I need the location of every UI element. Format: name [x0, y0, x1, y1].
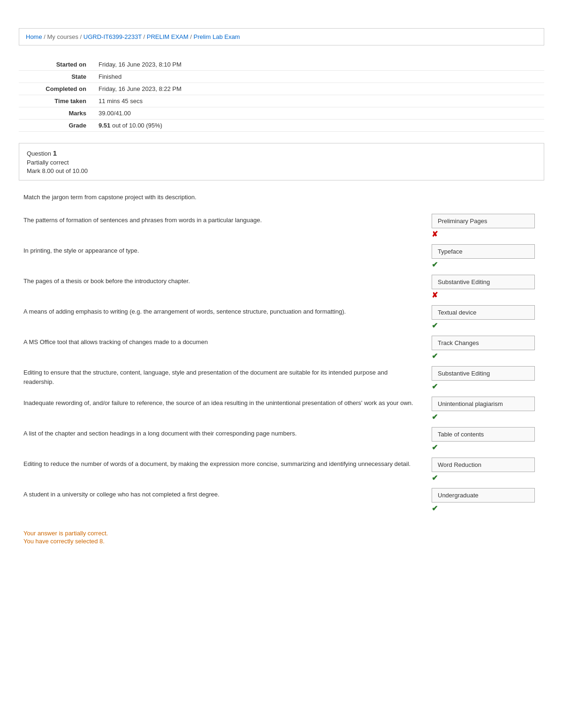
match-row: Editing to reduce the number of words of…: [23, 455, 544, 485]
match-answer-box: Table of contents: [432, 427, 535, 442]
match-right-col: Undergraduate✔: [432, 485, 544, 516]
match-description: A MS Office tool that allows tracking of…: [23, 333, 432, 352]
match-row: A list of the chapter and section headin…: [23, 424, 544, 455]
match-description: Inadequate rewording of, and/or failure …: [23, 394, 432, 413]
match-description: The pages of a thesis or book before the…: [23, 272, 432, 291]
match-container: The patterns of formation of sentences a…: [19, 211, 544, 516]
match-description: A means of adding emphasis to writing (e…: [23, 302, 432, 321]
match-right-col: Unintentional plagiarism✔: [432, 394, 544, 424]
match-right-col: Typeface✔: [432, 241, 544, 272]
incorrect-indicator: ✘: [432, 291, 438, 300]
match-right-col: Substantive Editing✔: [432, 363, 544, 394]
question-box: Question 1 Partially correct Mark 8.00 o…: [19, 143, 544, 180]
match-row: Editing to ensure that the structure, co…: [23, 363, 544, 394]
question-mark: Mark 8.00 out of 10.00: [27, 167, 536, 174]
match-answer-box: Typeface: [432, 244, 535, 259]
match-right-col: Preliminary Pages✘: [432, 211, 544, 241]
summary-value: 9.51 out of 10.00 (95%): [94, 120, 544, 132]
match-row: The pages of a thesis or book before the…: [23, 272, 544, 302]
summary-value: Friday, 16 June 2023, 8:22 PM: [94, 83, 544, 95]
summary-value: 11 mins 45 secs: [94, 95, 544, 107]
summary-table: Started onFriday, 16 June 2023, 8:10 PMS…: [19, 59, 544, 132]
summary-row: Time taken11 mins 45 secs: [19, 95, 544, 107]
summary-label: Marks: [19, 107, 94, 120]
match-row: In printing, the style or appearance of …: [23, 241, 544, 272]
summary-label: Completed on: [19, 83, 94, 95]
match-description: The patterns of formation of sentences a…: [23, 211, 432, 230]
breadcrumb: Home / My courses / UGRD-IT6399-2233T / …: [19, 28, 544, 45]
match-answer-box: Substantive Editing: [432, 275, 535, 289]
feedback-line1: Your answer is partially correct.: [23, 530, 544, 537]
question-status: Partially correct: [27, 159, 536, 166]
match-row: A MS Office tool that allows tracking of…: [23, 333, 544, 363]
match-answer-box: Track Changes: [432, 336, 535, 350]
summary-label: Grade: [19, 120, 94, 132]
feedback-section: Your answer is partially correct. You ha…: [19, 530, 544, 545]
match-right-col: Track Changes✔: [432, 333, 544, 363]
correct-indicator: ✔: [432, 382, 438, 391]
correct-indicator: ✔: [432, 352, 438, 360]
match-row: The patterns of formation of sentences a…: [23, 211, 544, 241]
match-row: Inadequate rewording of, and/or failure …: [23, 394, 544, 424]
match-answer-box: Undergraduate: [432, 488, 535, 503]
match-description: In printing, the style or appearance of …: [23, 241, 432, 260]
correct-indicator: ✔: [432, 260, 438, 269]
match-description: A student in a university or college who…: [23, 485, 432, 504]
match-row: A means of adding emphasis to writing (e…: [23, 302, 544, 333]
summary-row: Grade9.51 out of 10.00 (95%): [19, 120, 544, 132]
breadcrumb-lab-exam[interactable]: Prelim Lab Exam: [193, 33, 240, 40]
correct-indicator: ✔: [432, 321, 438, 330]
summary-value: Finished: [94, 71, 544, 83]
match-right-col: Table of contents✔: [432, 424, 544, 455]
breadcrumb-home[interactable]: Home: [26, 33, 42, 40]
summary-label: Time taken: [19, 95, 94, 107]
question-number: Question 1: [27, 149, 536, 157]
summary-label: Started on: [19, 59, 94, 71]
match-right-col: Substantive Editing✘: [432, 272, 544, 302]
match-answer-box: Textual device: [432, 305, 535, 320]
feedback-line2: You have correctly selected 8.: [23, 538, 544, 545]
breadcrumb-prelim-exam[interactable]: PRELIM EXAM: [147, 33, 189, 40]
match-description: Editing to ensure that the structure, co…: [23, 363, 432, 391]
match-answer-box: Unintentional plagiarism: [432, 397, 535, 411]
summary-row: Completed onFriday, 16 June 2023, 8:22 P…: [19, 83, 544, 95]
summary-label: State: [19, 71, 94, 83]
summary-row: StateFinished: [19, 71, 544, 83]
match-right-col: Textual device✔: [432, 302, 544, 333]
breadcrumb-course[interactable]: UGRD-IT6399-2233T: [84, 33, 142, 40]
summary-row: Started onFriday, 16 June 2023, 8:10 PM: [19, 59, 544, 71]
incorrect-indicator: ✘: [432, 230, 438, 239]
match-answer-box: Preliminary Pages: [432, 214, 535, 228]
correct-indicator: ✔: [432, 504, 438, 513]
match-description: A list of the chapter and section headin…: [23, 424, 432, 443]
match-right-col: Word Reduction✔: [432, 455, 544, 485]
match-answer-box: Word Reduction: [432, 458, 535, 472]
correct-indicator: ✔: [432, 473, 438, 482]
breadcrumb-separator: / My courses /: [44, 33, 84, 40]
correct-indicator: ✔: [432, 443, 438, 452]
summary-value: 39.00/41.00: [94, 107, 544, 120]
match-description: Editing to reduce the number of words of…: [23, 455, 432, 473]
summary-value: Friday, 16 June 2023, 8:10 PM: [94, 59, 544, 71]
match-answer-box: Substantive Editing: [432, 366, 535, 381]
breadcrumb-separator2: /: [144, 33, 147, 40]
match-instruction: Match the jargon term from capstone proj…: [19, 194, 544, 201]
summary-row: Marks39.00/41.00: [19, 107, 544, 120]
correct-indicator: ✔: [432, 413, 438, 421]
match-row: A student in a university or college who…: [23, 485, 544, 516]
